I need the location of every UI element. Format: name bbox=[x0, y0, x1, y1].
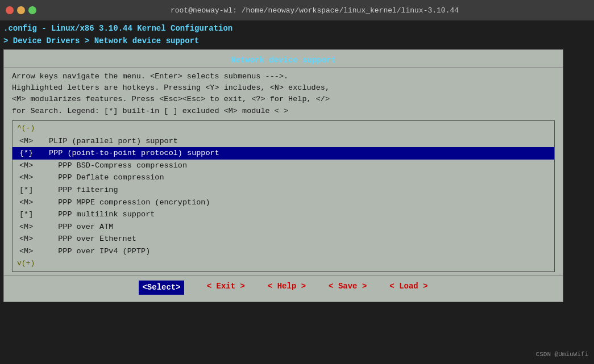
menu-item-marker-2: <M> bbox=[19, 160, 49, 171]
menu-item-6[interactable]: [*] PPP multilink support bbox=[13, 208, 554, 221]
menu-items-container: <M> PLIP (parallel port) support{*} PPP … bbox=[13, 135, 554, 258]
terminal: .config - Linux/x86 3.10.44 Kernel Confi… bbox=[0, 20, 594, 364]
menu-item-label-0: PLIP (parallel port) support bbox=[49, 136, 178, 147]
bottom-btn-1[interactable]: < Exit > bbox=[207, 281, 245, 294]
menu-item-9[interactable]: <M> PPP over IPv4 (PPTP) bbox=[13, 245, 554, 258]
bottom-btn-3[interactable]: < Save > bbox=[329, 281, 367, 294]
menu-item-label-5: PPP MPPE compression (encryption) bbox=[49, 197, 210, 208]
help-line-2: Highlighted letters are hotkeys. Pressin… bbox=[12, 82, 555, 94]
scroll-bottom-indicator: v(+) bbox=[13, 258, 554, 269]
breadcrumb: > Device Drivers > Network device suppor… bbox=[3, 35, 591, 47]
bottom-btn-0[interactable]: <Select> bbox=[139, 281, 184, 294]
watermark: CSDN @UmiuWifi bbox=[536, 350, 588, 359]
menu-item-label-9: PPP over IPv4 (PPTP) bbox=[49, 246, 150, 257]
menu-item-label-3: PPP Deflate compression bbox=[49, 172, 164, 183]
menu-item-label-7: PPP over ATM bbox=[49, 221, 113, 233]
window-controls bbox=[6, 6, 36, 14]
menu-item-1[interactable]: {*} PPP (point-to-point protocol) suppor… bbox=[13, 147, 554, 160]
menu-box: ^(-) <M> PLIP (parallel port) support{*}… bbox=[12, 120, 555, 272]
menu-item-label-1: PPP (point-to-point protocol) support bbox=[49, 148, 219, 159]
bottom-btn-4[interactable]: < Load > bbox=[389, 281, 427, 294]
help-line-3: <M> modularizes features. Press <Esc><Es… bbox=[12, 94, 555, 105]
help-line-1: Arrow keys navigate the menu. <Enter> se… bbox=[12, 71, 555, 82]
help-text: Arrow keys navigate the menu. <Enter> se… bbox=[4, 71, 563, 117]
menu-item-marker-9: <M> bbox=[19, 246, 49, 257]
menu-item-8[interactable]: <M> PPP over Ethernet bbox=[13, 233, 554, 245]
menu-item-3[interactable]: <M> PPP Deflate compression bbox=[13, 171, 554, 184]
maximize-button[interactable] bbox=[28, 6, 36, 14]
menu-item-marker-7: <M> bbox=[19, 221, 49, 233]
menu-item-label-4: PPP filtering bbox=[49, 185, 118, 196]
bottom-buttons-container: <Select>< Exit >< Help >< Save >< Load > bbox=[139, 281, 427, 294]
menu-item-marker-0: <M> bbox=[19, 136, 49, 147]
help-line-4: for Search. Legend: [*] built-in [ ] exc… bbox=[12, 106, 555, 117]
config-box: Network device support Arrow keys naviga… bbox=[3, 49, 563, 302]
breadcrumb-text: > Device Drivers > Network device suppor… bbox=[3, 36, 199, 45]
menu-item-label-6: PPP multilink support bbox=[49, 209, 155, 220]
menu-item-4[interactable]: [*] PPP filtering bbox=[13, 184, 554, 196]
menu-item-label-8: PPP over Ethernet bbox=[49, 233, 136, 245]
box-title: Network device support bbox=[4, 53, 563, 68]
minimize-button[interactable] bbox=[17, 6, 25, 14]
close-button[interactable] bbox=[6, 6, 14, 14]
window-title: root@neoway-wl: /home/neoway/workspace/l… bbox=[41, 6, 588, 15]
config-line-text: .config - Linux/x86 3.10.44 Kernel Confi… bbox=[3, 24, 232, 33]
config-line: .config - Linux/x86 3.10.44 Kernel Confi… bbox=[3, 23, 591, 34]
menu-item-2[interactable]: <M> PPP BSD-Compress compression bbox=[13, 160, 554, 172]
menu-item-marker-8: <M> bbox=[19, 233, 49, 245]
menu-item-7[interactable]: <M> PPP over ATM bbox=[13, 221, 554, 233]
menu-item-0[interactable]: <M> PLIP (parallel port) support bbox=[13, 135, 554, 148]
bottom-btn-2[interactable]: < Help > bbox=[268, 281, 306, 294]
scroll-top-indicator: ^(-) bbox=[13, 123, 554, 134]
menu-item-marker-3: <M> bbox=[19, 172, 49, 183]
menu-item-5[interactable]: <M> PPP MPPE compression (encryption) bbox=[13, 196, 554, 209]
menu-item-marker-6: [*] bbox=[19, 209, 49, 220]
bottom-bar: <Select>< Exit >< Help >< Save >< Load > bbox=[4, 275, 563, 298]
menu-item-label-2: PPP BSD-Compress compression bbox=[49, 160, 187, 171]
title-bar: root@neoway-wl: /home/neoway/workspace/l… bbox=[0, 0, 594, 20]
menu-item-marker-1: {*} bbox=[19, 148, 49, 159]
menu-item-marker-5: <M> bbox=[19, 197, 49, 208]
menu-item-marker-4: [*] bbox=[19, 185, 49, 196]
